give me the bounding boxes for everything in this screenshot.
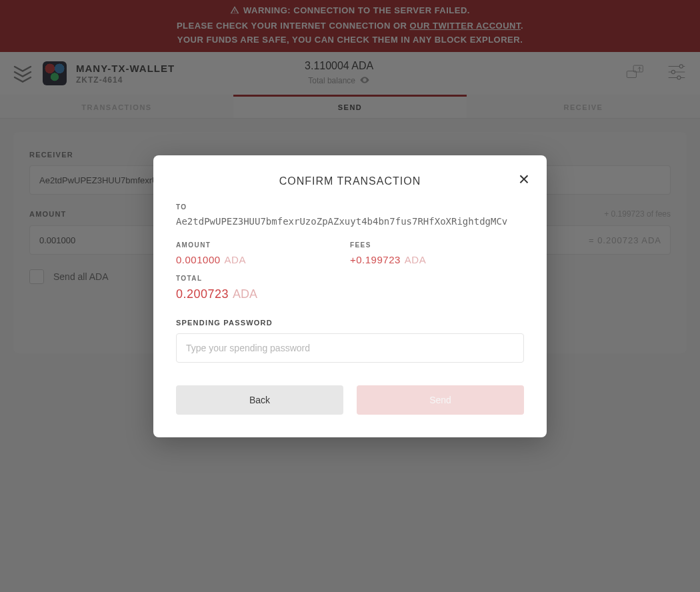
modal-total-unit: ADA [233, 287, 257, 301]
back-button[interactable]: Back [176, 385, 343, 415]
modal-to-value: Ae2tdPwUPEZ3HUU7bmfexrUzoZpAZxuyt4b4bn7f… [176, 216, 524, 227]
spending-password-label: SPENDING PASSWORD [176, 319, 524, 327]
modal-amount-value: 0.001000 [176, 254, 221, 265]
spending-password-input[interactable] [176, 333, 524, 363]
modal-total-value: 0.200723 [176, 287, 229, 301]
modal-fees-label: FEES [350, 241, 524, 249]
confirm-transaction-modal: CONFIRM TRANSACTION × TO Ae2tdPwUPEZ3HUU… [153, 155, 547, 437]
modal-amount-unit: ADA [225, 254, 246, 265]
modal-to-label: TO [176, 203, 524, 211]
modal-fees-unit: ADA [405, 254, 426, 265]
modal-title: CONFIRM TRANSACTION [176, 175, 524, 187]
modal-fees-value: +0.199723 [350, 254, 401, 265]
close-icon[interactable]: × [519, 170, 529, 189]
modal-overlay[interactable]: CONFIRM TRANSACTION × TO Ae2tdPwUPEZ3HUU… [0, 0, 700, 592]
modal-amount-label: AMOUNT [176, 241, 350, 249]
send-button[interactable]: Send [357, 385, 524, 415]
modal-total-label: TOTAL [176, 275, 524, 282]
